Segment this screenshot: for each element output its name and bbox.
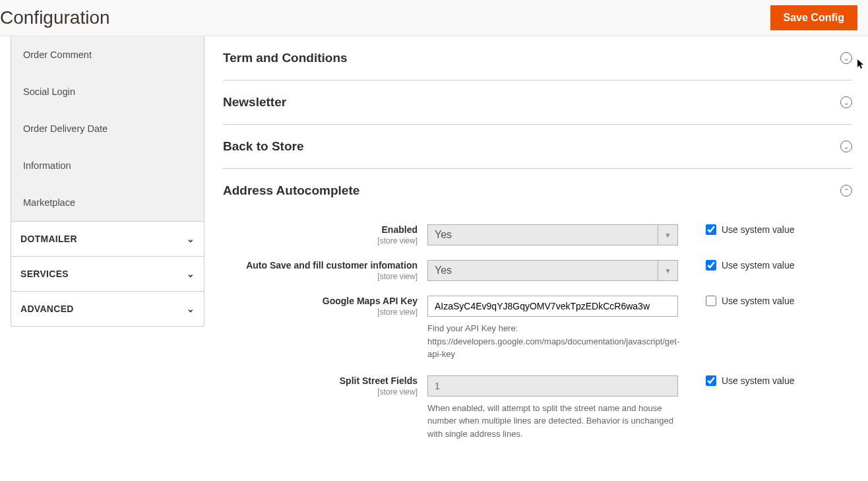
auto-save-select[interactable]: Yes ▼ (427, 260, 678, 281)
field-scope: [store view] (377, 272, 418, 281)
dropdown-icon: ▼ (658, 224, 678, 245)
save-config-button[interactable]: Save Config (770, 5, 857, 30)
enabled-use-system[interactable]: Use system value (706, 224, 794, 235)
split-street-input (427, 375, 678, 397)
section-title: Newsletter (223, 95, 286, 110)
sidebar-group-advanced[interactable]: ADVANCED ⌄ (11, 292, 204, 327)
collapse-icon: ⌄ (840, 52, 852, 64)
sidebar-item-order-delivery-date[interactable]: Order Delivery Date (11, 110, 204, 147)
field-scope: [store view] (377, 236, 418, 245)
section-address-autocomplete[interactable]: Address Autocomplete ⌃ (223, 169, 852, 212)
main-content: Term and Conditions ⌄ Newsletter ⌄ Back … (204, 36, 868, 481)
expand-icon: ⌃ (840, 185, 852, 197)
field-api-key: Google Maps API Key [store view] Find yo… (223, 296, 852, 361)
section-back-to-store[interactable]: Back to Store ⌄ (223, 125, 852, 169)
chevron-down-icon: ⌄ (187, 234, 195, 244)
api-key-input[interactable] (427, 296, 678, 317)
use-system-label: Use system value (722, 296, 794, 306)
auto-save-use-system-checkbox[interactable] (706, 260, 716, 271)
use-system-label: Use system value (722, 260, 794, 271)
sidebar-group-label: ADVANCED (20, 304, 74, 314)
sidebar: Order Comment Social Login Order Deliver… (0, 36, 204, 481)
collapse-icon: ⌄ (840, 96, 852, 108)
enabled-use-system-checkbox[interactable] (706, 224, 716, 235)
enabled-select-value: Yes (427, 224, 658, 245)
split-street-note: When enabled, will attempt to split the … (427, 402, 678, 441)
sidebar-group-label: DOTMAILER (20, 234, 77, 244)
auto-save-select-value: Yes (427, 260, 658, 281)
field-label-text: Auto Save and fill customer infomation (246, 260, 418, 271)
field-scope: [store view] (377, 387, 418, 397)
split-street-use-system-checkbox[interactable] (706, 375, 716, 386)
collapse-icon: ⌄ (840, 141, 852, 152)
sidebar-item-information[interactable]: Information (11, 147, 204, 184)
section-newsletter[interactable]: Newsletter ⌄ (223, 80, 852, 125)
section-title: Term and Conditions (223, 51, 348, 65)
field-label-text: Enabled (382, 224, 418, 235)
field-label-text: Google Maps API Key (323, 296, 418, 306)
sidebar-item-order-comment[interactable]: Order Comment (11, 36, 204, 73)
split-street-use-system[interactable]: Use system value (706, 375, 794, 386)
field-label-text: Split Street Fields (340, 375, 418, 386)
section-address-autocomplete-body: Enabled [store view] Yes ▼ Use system va… (223, 212, 852, 474)
sidebar-group-label: SERVICES (20, 269, 69, 279)
dropdown-icon: ▼ (658, 260, 678, 281)
use-system-label: Use system value (722, 224, 794, 235)
api-key-use-system[interactable]: Use system value (706, 296, 794, 306)
field-scope: [store view] (377, 307, 418, 317)
sidebar-group-dotmailer[interactable]: DOTMAILER ⌄ (11, 222, 204, 257)
section-title: Address Autocomplete (223, 183, 359, 198)
page-header: Configuration Save Config (0, 0, 868, 36)
field-split-street: Split Street Fields [store view] When en… (223, 375, 852, 441)
sidebar-item-marketplace[interactable]: Marketplace (11, 184, 204, 221)
api-key-use-system-checkbox[interactable] (706, 296, 716, 306)
field-auto-save: Auto Save and fill customer infomation [… (223, 260, 852, 281)
api-key-note: Find your API Key here: https://develope… (427, 322, 678, 361)
page-title: Configuration (0, 7, 110, 28)
section-term-and-conditions[interactable]: Term and Conditions ⌄ (223, 36, 852, 80)
auto-save-use-system[interactable]: Use system value (706, 260, 794, 271)
sidebar-group-services[interactable]: SERVICES ⌄ (11, 257, 204, 292)
sidebar-item-social-login[interactable]: Social Login (11, 73, 204, 110)
use-system-label: Use system value (722, 375, 794, 386)
chevron-down-icon: ⌄ (187, 304, 195, 314)
field-enabled: Enabled [store view] Yes ▼ Use system va… (223, 224, 852, 245)
chevron-down-icon: ⌄ (187, 269, 195, 279)
enabled-select[interactable]: Yes ▼ (427, 224, 678, 245)
section-title: Back to Store (223, 139, 303, 154)
